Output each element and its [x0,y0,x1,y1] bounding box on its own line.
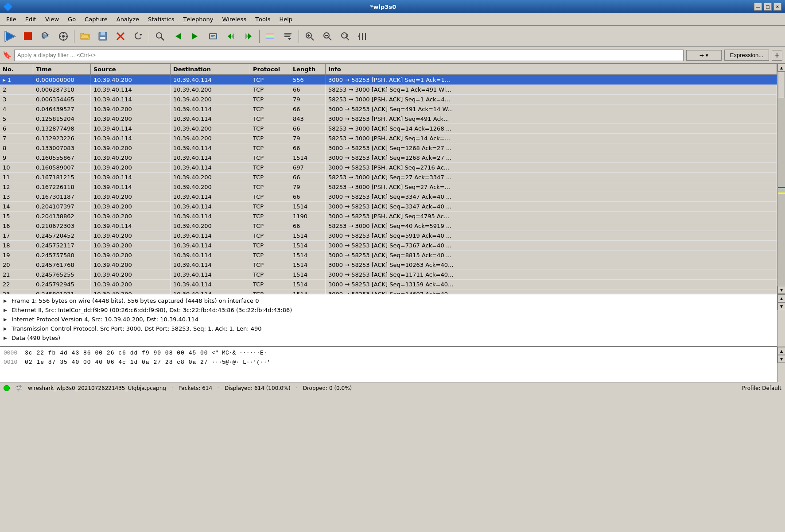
options-button[interactable] [55,28,72,45]
col-header-source[interactable]: Source [91,64,171,74]
close-button[interactable]: ✕ [773,3,781,11]
detail-row[interactable]: ▶Ethernet II, Src: IntelCor_dd:f9:90 (00… [0,305,777,315]
table-row[interactable]: 50.12581520410.39.40.20010.39.40.114TCP8… [0,114,777,124]
row-protocol: TCP [250,202,290,211]
details-scrollbar[interactable]: ▲ ▼ [777,294,785,347]
row-protocol: TCP [250,104,290,114]
stop-capture-button[interactable] [19,28,36,45]
table-row[interactable]: 220.24579294510.39.40.20010.39.40.114TCP… [0,280,777,289]
svg-marker-30 [288,38,291,40]
row-protocol: TCP [250,75,290,85]
col-header-protocol[interactable]: Protocol [250,64,290,74]
row-no: 17 [0,231,33,240]
table-row[interactable]: 210.24576525510.39.40.20010.39.40.114TCP… [0,270,777,280]
filter-input[interactable] [14,50,684,61]
hex-scroll-down[interactable]: ▼ [777,355,785,363]
maximize-button[interactable]: □ [764,3,772,11]
table-row[interactable]: 60.13287749810.39.40.11410.39.40.200TCP6… [0,124,777,134]
table-row[interactable]: 190.24575758010.39.40.20010.39.40.114TCP… [0,251,777,260]
scrollbar-thumb[interactable] [778,72,785,98]
table-row[interactable]: 230.24580102110.39.40.20010.39.40.114TCP… [0,289,777,294]
menu-capture[interactable]: Capture [80,13,112,25]
scrollbar-down-button[interactable]: ▼ [777,286,785,294]
zoom-in-button[interactable] [301,28,318,45]
scrollbar-up-button[interactable]: ▲ [777,64,785,72]
table-row[interactable]: 30.00635446510.39.40.11410.39.40.200TCP7… [0,95,777,104]
filter-add-button[interactable]: + [772,50,782,61]
window-controls: — □ ✕ [754,3,781,11]
go-to-first-button[interactable] [222,28,239,45]
col-header-info[interactable]: Info [326,64,777,74]
col-header-length[interactable]: Length [290,64,326,74]
filter-apply-button[interactable]: →▾ [686,50,722,61]
hex-scrollbar[interactable]: ▲ ▼ [777,347,785,382]
row-length: 66 [290,173,326,182]
detail-row[interactable]: ▶Frame 1: 556 bytes on wire (4448 bits),… [0,296,777,305]
packet-list-scrollbar[interactable]: ▲ ▼ [777,64,785,294]
detail-row[interactable]: ▶Transmission Control Protocol, Src Port… [0,324,777,333]
row-no: 18 [0,241,33,250]
go-to-packet-button[interactable] [205,28,222,45]
table-row[interactable]: ▸ 10.00000000010.39.40.20010.39.40.114TC… [0,75,777,85]
table-row[interactable]: 20.00628731010.39.40.11410.39.40.200TCP6… [0,85,777,95]
minimize-button[interactable]: — [754,3,762,11]
expression-button[interactable]: Expression... [724,50,769,61]
find-button[interactable] [152,28,168,45]
table-row[interactable]: 70.13292322610.39.40.11410.39.40.200TCP7… [0,134,777,143]
table-row[interactable]: 100.16058900710.39.40.20010.39.40.114TCP… [0,163,777,173]
row-info: 58253 → 3000 [PSH, ACK] Seq=27 Ack=... [326,182,777,192]
table-row[interactable]: 80.13300708310.39.40.20010.39.40.114TCP6… [0,143,777,153]
packet-list-body[interactable]: ▸ 10.00000000010.39.40.20010.39.40.114TC… [0,75,777,294]
details-scroll-up[interactable]: ▲ [777,294,785,302]
menu-go[interactable]: Go [63,13,80,25]
col-header-time[interactable]: Time [33,64,91,74]
col-header-destination[interactable]: Destination [171,64,250,74]
menu-analyze[interactable]: Analyze [112,13,144,25]
menu-statistics[interactable]: Statistics [144,13,179,25]
detail-row[interactable]: ▶Data (490 bytes) [0,333,777,343]
hex-scroll-up[interactable]: ▲ [777,347,785,355]
table-row[interactable]: 90.16055586710.39.40.20010.39.40.114TCP1… [0,153,777,163]
zoom-reset-button[interactable]: 1:1 [337,28,354,45]
svg-point-5 [60,35,61,37]
restart-capture-button[interactable] [37,28,54,45]
table-row[interactable]: 170.24572045210.39.40.20010.39.40.114TCP… [0,231,777,241]
menu-view[interactable]: View [41,13,63,25]
row-length: 79 [290,95,326,104]
colorize-button[interactable] [262,28,279,45]
row-info: 58253 → 3000 [ACK] Seq=14 Ack=1268 ... [326,124,777,133]
menu-tools[interactable]: Tools [251,13,275,25]
table-row[interactable]: 140.20410739710.39.40.20010.39.40.114TCP… [0,202,777,212]
zoom-out-button[interactable] [319,28,336,45]
details-scroll-down[interactable]: ▼ [777,302,785,310]
go-to-last-button[interactable] [240,28,257,45]
detail-row[interactable]: ▶Internet Protocol Version 4, Src: 10.39… [0,315,777,324]
close-file-button[interactable] [112,28,129,45]
table-row[interactable]: 40.04643952710.39.40.20010.39.40.114TCP6… [0,104,777,114]
table-row[interactable]: 110.16718121510.39.40.11410.39.40.200TCP… [0,173,777,182]
reload-file-button[interactable] [130,28,147,45]
go-back-button[interactable] [169,28,186,45]
main-content-area: No. Time Source Destination Protocol Len… [0,64,785,294]
menu-telephony[interactable]: Telephony [179,13,218,25]
row-no: 7 [0,134,33,143]
scrollbar-track[interactable] [777,72,785,286]
menu-wireless[interactable]: Wireless [218,13,251,25]
menu-edit[interactable]: Edit [21,13,41,25]
autoscroll-button[interactable] [280,28,296,45]
row-length: 1514 [290,280,326,289]
menu-file[interactable]: File [2,13,21,25]
start-capture-button[interactable] [2,28,19,45]
table-row[interactable]: 150.20413886210.39.40.20010.39.40.114TCP… [0,212,777,221]
table-row[interactable]: 180.24575211710.39.40.20010.39.40.114TCP… [0,241,777,251]
save-file-button[interactable] [94,28,111,45]
table-row[interactable]: 130.16730118710.39.40.20010.39.40.114TCP… [0,192,777,202]
col-header-no[interactable]: No. [0,64,33,74]
table-row[interactable]: 160.21067230310.39.40.11410.39.40.200TCP… [0,221,777,231]
menu-help[interactable]: Help [275,13,297,25]
table-row[interactable]: 120.16722611810.39.40.11410.39.40.200TCP… [0,182,777,192]
resize-columns-button[interactable] [354,28,371,45]
open-file-button[interactable] [77,28,93,45]
go-forward-button[interactable] [187,28,204,45]
table-row[interactable]: 200.24576176810.39.40.20010.39.40.114TCP… [0,260,777,270]
